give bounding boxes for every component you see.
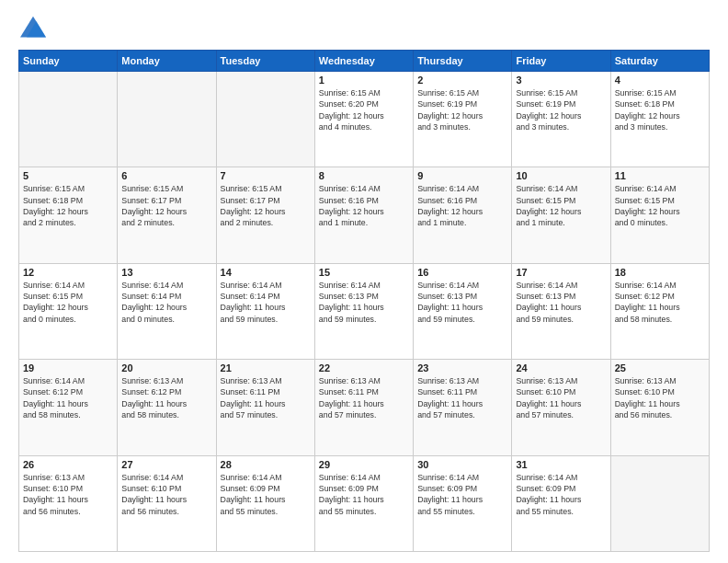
calendar-cell: 5Sunrise: 6:15 AM Sunset: 6:18 PM Daylig… xyxy=(19,167,118,263)
calendar-cell: 4Sunrise: 6:15 AM Sunset: 6:18 PM Daylig… xyxy=(610,72,709,167)
logo-icon xyxy=(18,15,48,40)
calendar-cell: 25Sunrise: 6:13 AM Sunset: 6:10 PM Dayli… xyxy=(610,360,709,455)
day-info: Sunrise: 6:14 AM Sunset: 6:15 PM Dayligh… xyxy=(516,183,606,228)
day-info: Sunrise: 6:14 AM Sunset: 6:09 PM Dayligh… xyxy=(221,472,311,517)
calendar-cell xyxy=(216,72,314,167)
calendar-cell xyxy=(118,72,216,167)
day-info: Sunrise: 6:14 AM Sunset: 6:15 PM Dayligh… xyxy=(615,183,705,228)
day-info: Sunrise: 6:15 AM Sunset: 6:18 PM Dayligh… xyxy=(615,87,705,132)
day-number: 5 xyxy=(23,170,113,181)
day-info: Sunrise: 6:14 AM Sunset: 6:12 PM Dayligh… xyxy=(23,375,113,420)
calendar-cell: 2Sunrise: 6:15 AM Sunset: 6:19 PM Daylig… xyxy=(414,72,512,167)
day-number: 7 xyxy=(221,170,311,181)
calendar-cell: 8Sunrise: 6:14 AM Sunset: 6:16 PM Daylig… xyxy=(314,167,413,263)
calendar-table: SundayMondayTuesdayWednesdayThursdayFrid… xyxy=(18,50,710,552)
calendar-cell xyxy=(610,455,709,551)
day-info: Sunrise: 6:15 AM Sunset: 6:18 PM Dayligh… xyxy=(23,183,113,228)
day-info: Sunrise: 6:14 AM Sunset: 6:09 PM Dayligh… xyxy=(516,472,606,517)
weekday-wednesday: Wednesday xyxy=(314,51,413,72)
day-number: 12 xyxy=(23,267,113,278)
day-info: Sunrise: 6:14 AM Sunset: 6:09 PM Dayligh… xyxy=(319,472,409,517)
weekday-friday: Friday xyxy=(512,51,610,72)
calendar-cell: 20Sunrise: 6:13 AM Sunset: 6:12 PM Dayli… xyxy=(118,360,216,455)
calendar-cell: 19Sunrise: 6:14 AM Sunset: 6:12 PM Dayli… xyxy=(19,360,118,455)
day-info: Sunrise: 6:15 AM Sunset: 6:20 PM Dayligh… xyxy=(319,87,409,132)
day-number: 21 xyxy=(221,362,311,373)
day-info: Sunrise: 6:15 AM Sunset: 6:17 PM Dayligh… xyxy=(121,183,211,228)
day-number: 10 xyxy=(516,170,606,181)
calendar-cell: 1Sunrise: 6:15 AM Sunset: 6:20 PM Daylig… xyxy=(314,72,413,167)
calendar-cell: 28Sunrise: 6:14 AM Sunset: 6:09 PM Dayli… xyxy=(216,455,314,551)
day-info: Sunrise: 6:13 AM Sunset: 6:10 PM Dayligh… xyxy=(615,375,705,420)
calendar-week-4: 19Sunrise: 6:14 AM Sunset: 6:12 PM Dayli… xyxy=(19,360,710,455)
weekday-tuesday: Tuesday xyxy=(216,51,314,72)
day-info: Sunrise: 6:13 AM Sunset: 6:10 PM Dayligh… xyxy=(23,472,113,517)
header xyxy=(18,15,710,40)
day-number: 25 xyxy=(615,362,705,373)
day-number: 31 xyxy=(516,459,606,470)
weekday-thursday: Thursday xyxy=(414,51,512,72)
logo xyxy=(18,15,51,40)
calendar-cell: 30Sunrise: 6:14 AM Sunset: 6:09 PM Dayli… xyxy=(414,455,512,551)
calendar-cell: 9Sunrise: 6:14 AM Sunset: 6:16 PM Daylig… xyxy=(414,167,512,263)
day-info: Sunrise: 6:14 AM Sunset: 6:10 PM Dayligh… xyxy=(121,472,211,517)
calendar-cell: 10Sunrise: 6:14 AM Sunset: 6:15 PM Dayli… xyxy=(512,167,610,263)
day-number: 16 xyxy=(417,267,507,278)
day-number: 9 xyxy=(417,170,507,181)
calendar-cell: 11Sunrise: 6:14 AM Sunset: 6:15 PM Dayli… xyxy=(610,167,709,263)
weekday-saturday: Saturday xyxy=(610,51,709,72)
calendar-cell: 16Sunrise: 6:14 AM Sunset: 6:13 PM Dayli… xyxy=(414,263,512,359)
day-number: 19 xyxy=(23,362,113,373)
day-info: Sunrise: 6:14 AM Sunset: 6:09 PM Dayligh… xyxy=(417,472,507,517)
day-number: 15 xyxy=(319,267,409,278)
weekday-sunday: Sunday xyxy=(19,51,118,72)
day-info: Sunrise: 6:15 AM Sunset: 6:17 PM Dayligh… xyxy=(221,183,311,228)
calendar-cell: 15Sunrise: 6:14 AM Sunset: 6:13 PM Dayli… xyxy=(314,263,413,359)
day-info: Sunrise: 6:14 AM Sunset: 6:14 PM Dayligh… xyxy=(221,280,311,325)
calendar-cell: 29Sunrise: 6:14 AM Sunset: 6:09 PM Dayli… xyxy=(314,455,413,551)
day-info: Sunrise: 6:14 AM Sunset: 6:16 PM Dayligh… xyxy=(319,183,409,228)
calendar-cell: 24Sunrise: 6:13 AM Sunset: 6:10 PM Dayli… xyxy=(512,360,610,455)
day-number: 23 xyxy=(417,362,507,373)
calendar-week-5: 26Sunrise: 6:13 AM Sunset: 6:10 PM Dayli… xyxy=(19,455,710,551)
weekday-monday: Monday xyxy=(118,51,216,72)
day-info: Sunrise: 6:13 AM Sunset: 6:11 PM Dayligh… xyxy=(417,375,507,420)
day-number: 11 xyxy=(615,170,705,181)
day-info: Sunrise: 6:14 AM Sunset: 6:15 PM Dayligh… xyxy=(23,280,113,325)
calendar-week-2: 5Sunrise: 6:15 AM Sunset: 6:18 PM Daylig… xyxy=(19,167,710,263)
day-info: Sunrise: 6:13 AM Sunset: 6:12 PM Dayligh… xyxy=(121,375,211,420)
calendar-cell: 12Sunrise: 6:14 AM Sunset: 6:15 PM Dayli… xyxy=(19,263,118,359)
day-number: 27 xyxy=(121,459,211,470)
day-number: 29 xyxy=(319,459,409,470)
day-number: 30 xyxy=(417,459,507,470)
day-info: Sunrise: 6:14 AM Sunset: 6:14 PM Dayligh… xyxy=(121,280,211,325)
day-number: 14 xyxy=(221,267,311,278)
day-info: Sunrise: 6:13 AM Sunset: 6:11 PM Dayligh… xyxy=(319,375,409,420)
calendar-cell: 18Sunrise: 6:14 AM Sunset: 6:12 PM Dayli… xyxy=(610,263,709,359)
day-info: Sunrise: 6:14 AM Sunset: 6:13 PM Dayligh… xyxy=(417,280,507,325)
day-number: 26 xyxy=(23,459,113,470)
day-number: 18 xyxy=(615,267,705,278)
calendar-cell: 26Sunrise: 6:13 AM Sunset: 6:10 PM Dayli… xyxy=(19,455,118,551)
day-number: 20 xyxy=(121,362,211,373)
calendar-cell: 31Sunrise: 6:14 AM Sunset: 6:09 PM Dayli… xyxy=(512,455,610,551)
calendar-cell: 7Sunrise: 6:15 AM Sunset: 6:17 PM Daylig… xyxy=(216,167,314,263)
day-number: 17 xyxy=(516,267,606,278)
day-number: 13 xyxy=(121,267,211,278)
calendar-week-3: 12Sunrise: 6:14 AM Sunset: 6:15 PM Dayli… xyxy=(19,263,710,359)
day-number: 4 xyxy=(615,75,705,86)
calendar-cell: 14Sunrise: 6:14 AM Sunset: 6:14 PM Dayli… xyxy=(216,263,314,359)
day-info: Sunrise: 6:13 AM Sunset: 6:10 PM Dayligh… xyxy=(516,375,606,420)
day-info: Sunrise: 6:14 AM Sunset: 6:12 PM Dayligh… xyxy=(615,280,705,325)
day-number: 2 xyxy=(417,75,507,86)
day-number: 28 xyxy=(221,459,311,470)
calendar-cell: 22Sunrise: 6:13 AM Sunset: 6:11 PM Dayli… xyxy=(314,360,413,455)
day-number: 22 xyxy=(319,362,409,373)
day-info: Sunrise: 6:14 AM Sunset: 6:13 PM Dayligh… xyxy=(516,280,606,325)
calendar-cell: 6Sunrise: 6:15 AM Sunset: 6:17 PM Daylig… xyxy=(118,167,216,263)
calendar-cell: 23Sunrise: 6:13 AM Sunset: 6:11 PM Dayli… xyxy=(414,360,512,455)
day-number: 24 xyxy=(516,362,606,373)
calendar-cell: 13Sunrise: 6:14 AM Sunset: 6:14 PM Dayli… xyxy=(118,263,216,359)
page: SundayMondayTuesdayWednesdayThursdayFrid… xyxy=(0,0,728,563)
calendar-week-1: 1Sunrise: 6:15 AM Sunset: 6:20 PM Daylig… xyxy=(19,72,710,167)
